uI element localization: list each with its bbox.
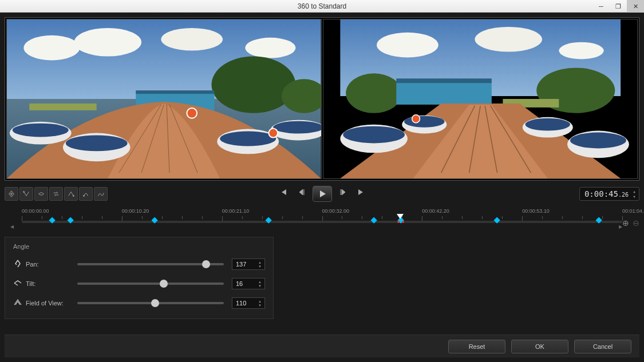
dialog-footer: Reset OK Cancel <box>5 335 639 357</box>
pan-icon <box>13 259 26 269</box>
previous-frame-button[interactable] <box>294 186 309 198</box>
tilt-down[interactable]: ▼ <box>256 284 263 288</box>
fov-row: Field of View: 110 ▲▼ <box>13 293 265 313</box>
svg-point-45 <box>525 118 570 131</box>
pan-value-input[interactable]: 137 ▲▼ <box>232 258 265 270</box>
svg-point-49 <box>23 191 25 193</box>
keyframe-curve-button[interactable] <box>94 187 108 201</box>
ruler-label: 00:00:32.00 <box>322 208 350 214</box>
cancel-button[interactable]: Cancel <box>574 340 631 353</box>
preview-area <box>5 17 639 181</box>
remove-keyframe-button[interactable] <box>19 187 33 201</box>
fov-down[interactable]: ▼ <box>256 303 263 307</box>
pan-up[interactable]: ▲ <box>256 260 263 264</box>
svg-point-6 <box>212 57 296 113</box>
fov-up[interactable]: ▲ <box>256 299 263 303</box>
svg-point-3 <box>161 28 223 51</box>
ruler-label: 00:01:04.02 <box>622 208 644 214</box>
svg-point-41 <box>343 126 405 144</box>
timecode-up-button[interactable]: ▲ <box>631 189 638 194</box>
fov-slider[interactable] <box>77 302 224 304</box>
svg-point-50 <box>73 195 74 197</box>
tilt-slider[interactable] <box>77 283 224 285</box>
tilt-row: Tilt: 16 ▲▼ <box>13 274 265 293</box>
svg-rect-32 <box>396 82 492 105</box>
svg-point-2 <box>74 28 142 57</box>
svg-point-51 <box>83 195 85 197</box>
close-button[interactable]: ✕ <box>627 0 644 13</box>
reverse-keyframes-button[interactable] <box>34 187 48 201</box>
title-bar: 360 to Standard ─ ❐ ✕ <box>0 0 644 13</box>
playback-controls <box>276 186 369 202</box>
timecode-display[interactable]: 0:00:45.26 ▲ ▼ <box>579 187 639 201</box>
go-to-start-button[interactable] <box>276 186 291 198</box>
output-preview[interactable] <box>323 19 638 179</box>
timecode-frames: .26 <box>618 192 629 198</box>
fov-value-input[interactable]: 110 ▲▼ <box>232 297 265 309</box>
tilt-value-input[interactable]: 16 ▲▼ <box>232 278 265 289</box>
timecode-main: 0:00:45 <box>584 189 618 198</box>
window-controls: ─ ❐ ✕ <box>592 0 644 13</box>
svg-point-31 <box>346 73 402 113</box>
ruler-label: 00:00:21.10 <box>222 208 250 214</box>
ruler-label: 00:00:53.10 <box>522 208 550 214</box>
pan-slider[interactable] <box>77 263 224 265</box>
playhead[interactable] <box>397 214 404 219</box>
reset-button[interactable]: Reset <box>448 340 505 353</box>
tilt-icon <box>13 279 26 289</box>
svg-point-23 <box>187 108 197 118</box>
svg-point-18 <box>66 136 128 152</box>
zoom-out-icon[interactable]: ⊖ <box>633 218 639 228</box>
keyframe-toolbar <box>5 187 108 201</box>
svg-point-16 <box>13 124 69 137</box>
swap-keyframes-button[interactable] <box>49 187 63 201</box>
ruler-label: 00:00:42.20 <box>422 208 449 214</box>
ok-button[interactable]: OK <box>511 340 568 353</box>
tilt-label: Tilt: <box>26 280 77 287</box>
svg-rect-8 <box>29 104 97 110</box>
minimize-button[interactable]: ─ <box>592 0 610 13</box>
angle-section-label: Angle <box>13 243 265 250</box>
zoom-in-icon[interactable]: ⊕ <box>622 218 629 228</box>
go-to-end-button[interactable] <box>354 186 369 198</box>
timeline-area: ◀ ▶ 00:00:00.0000:00:10.2000:00:21.1000:… <box>5 208 639 231</box>
svg-point-43 <box>404 116 445 128</box>
svg-point-47 <box>570 133 626 149</box>
svg-point-20 <box>220 132 276 146</box>
ruler-label: 00:00:10.20 <box>122 208 149 214</box>
svg-point-24 <box>268 129 278 138</box>
fov-label: Field of View: <box>26 300 77 307</box>
svg-point-30 <box>559 42 603 59</box>
svg-point-29 <box>475 27 542 52</box>
next-frame-button[interactable] <box>335 186 350 198</box>
pan-down[interactable]: ▼ <box>256 264 263 268</box>
timeline-scroll-left[interactable]: ◀ <box>10 224 14 229</box>
angle-panel: Angle Pan: 137 ▲▼ Tilt: 16 ▲▼ Field of V… <box>5 237 274 319</box>
svg-point-4 <box>245 38 295 58</box>
svg-point-48 <box>412 115 420 123</box>
tilt-up[interactable]: ▲ <box>256 280 263 284</box>
ruler-label: 00:00:00.00 <box>22 208 49 214</box>
timeline[interactable]: 00:00:00.0000:00:10.2000:00:21.1000:00:3… <box>22 208 622 225</box>
move-keyframe-left-button[interactable] <box>64 187 78 201</box>
timecode-down-button[interactable]: ▼ <box>631 194 638 199</box>
svg-rect-10 <box>136 90 214 94</box>
pan-label: Pan: <box>26 261 77 268</box>
svg-rect-33 <box>396 78 492 83</box>
svg-point-28 <box>377 33 438 58</box>
window-title: 360 to Standard <box>298 2 346 10</box>
source-360-preview[interactable] <box>6 19 322 179</box>
add-keyframe-button[interactable] <box>5 187 18 201</box>
play-button[interactable] <box>313 186 332 202</box>
move-keyframe-right-button[interactable] <box>79 187 93 201</box>
svg-point-1 <box>23 35 80 61</box>
maximize-button[interactable]: ❐ <box>610 0 627 13</box>
fov-icon <box>13 298 26 308</box>
pan-row: Pan: 137 ▲▼ <box>13 254 265 274</box>
